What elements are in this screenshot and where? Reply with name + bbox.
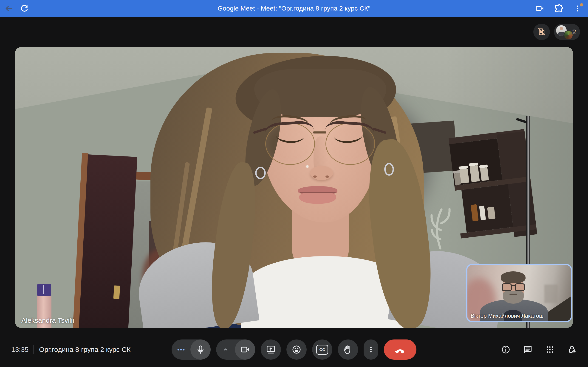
divider xyxy=(34,345,34,354)
browser-actions xyxy=(533,0,584,17)
present-icon xyxy=(266,344,276,355)
control-bar: 13:35 Орг.година 8 група 2 курс СК xyxy=(0,336,588,363)
mic-button[interactable] xyxy=(190,340,211,360)
host-controls-lock-icon xyxy=(567,344,577,355)
call-controls: CC xyxy=(172,336,416,363)
tab-camera-icon xyxy=(535,4,545,13)
door-lock xyxy=(113,285,120,299)
layout-unavailable-button[interactable] xyxy=(533,24,550,40)
participant-avatar-small xyxy=(564,30,573,40)
glasses-bridge xyxy=(313,131,326,133)
captions-icon: CC xyxy=(316,345,328,355)
hoop-earring xyxy=(384,163,394,176)
end-call-icon xyxy=(394,344,406,356)
participants-pill[interactable]: 2 xyxy=(554,24,580,40)
nostril xyxy=(313,175,317,178)
hoop-earring xyxy=(255,167,266,179)
small-jar xyxy=(487,207,495,219)
camera-button[interactable] xyxy=(235,340,255,360)
info-icon xyxy=(501,344,511,355)
nose-stud xyxy=(306,165,309,168)
pip-man-glasses xyxy=(515,283,525,291)
pip-name-label: Віктор Михайлович Лакатош xyxy=(471,313,544,319)
chat-button[interactable] xyxy=(521,343,534,356)
more-options-icon xyxy=(366,345,376,354)
chevron-up-icon xyxy=(221,345,230,354)
pip-man-beard xyxy=(503,291,524,304)
smiley-icon xyxy=(291,344,302,355)
apps-grid-icon xyxy=(545,344,555,355)
pip-man-hair xyxy=(501,271,526,283)
raise-hand-button[interactable] xyxy=(338,340,358,360)
nostril xyxy=(326,175,329,178)
host-controls-button[interactable] xyxy=(565,343,578,356)
clock: 13:35 xyxy=(11,346,28,353)
mouth-line xyxy=(300,192,336,193)
side-panel-controls xyxy=(499,336,578,363)
camera-icon xyxy=(240,344,250,355)
shelf-unit xyxy=(449,128,545,267)
more-options-button[interactable] xyxy=(363,340,378,360)
pip-wall-frame xyxy=(544,285,558,303)
pip-man-glasses xyxy=(502,283,512,291)
extensions-button[interactable] xyxy=(552,2,565,15)
raise-hand-icon xyxy=(343,344,353,355)
meeting-info: 13:35 Орг.година 8 група 2 курс СК xyxy=(11,336,131,363)
avatar-head xyxy=(560,27,563,30)
camera-settings-button[interactable] xyxy=(216,345,235,354)
extensions-icon xyxy=(554,4,563,13)
pip-man-mouth xyxy=(510,294,517,295)
present-button[interactable] xyxy=(261,340,281,360)
audio-settings-icon xyxy=(176,345,186,354)
activities-button[interactable] xyxy=(544,343,556,356)
meet-stage: Aleksandra Tsvilii 2 xyxy=(0,17,588,367)
audio-settings-button[interactable] xyxy=(172,345,190,354)
tab-camera-button[interactable] xyxy=(533,2,546,15)
pip-video-tile[interactable]: Віктор Михайлович Лакатош xyxy=(466,264,572,322)
lower-lip xyxy=(299,192,336,204)
update-badge xyxy=(580,3,583,6)
browser-toolbar: Google Meet - Meet: "Орг.година 8 група … xyxy=(0,0,588,17)
mic-control-group xyxy=(172,340,211,360)
door-leaf xyxy=(79,154,137,328)
reactions-button[interactable] xyxy=(286,340,307,360)
captions-button[interactable]: CC xyxy=(312,340,332,360)
meeting-title: Орг.година 8 група 2 курс СК xyxy=(39,346,131,353)
chat-icon xyxy=(523,344,533,355)
pip-man-glasses-bridge xyxy=(512,285,515,286)
end-call-button[interactable] xyxy=(384,340,416,360)
mic-icon xyxy=(195,344,206,355)
nose-tip xyxy=(310,166,333,180)
jar xyxy=(480,167,489,181)
meeting-details-button[interactable] xyxy=(499,343,512,356)
camera-control-group xyxy=(216,340,255,360)
jar xyxy=(459,168,469,184)
participant-name-label: Aleksandra Tsvilii xyxy=(21,317,74,324)
tab-title: Google Meet - Meet: "Орг.година 8 група … xyxy=(0,5,588,12)
building-slash-icon xyxy=(537,27,546,36)
browser-menu-button[interactable] xyxy=(571,2,584,15)
hairspray-highlight xyxy=(43,285,44,294)
participants-count: 2 xyxy=(572,24,576,40)
